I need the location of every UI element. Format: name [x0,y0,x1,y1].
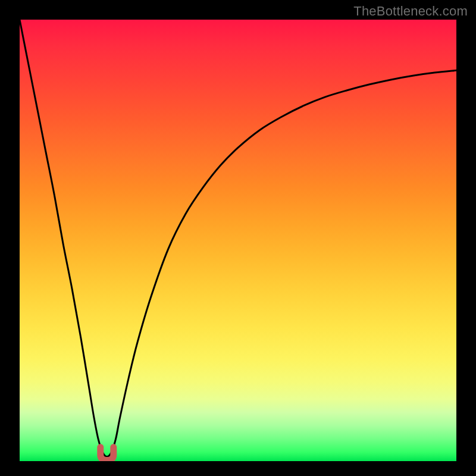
chart-svg [20,20,456,461]
min-marker [101,447,114,461]
watermark-text: TheBottleneck.com [353,4,468,19]
chart-frame: TheBottleneck.com [0,0,476,476]
chart-plot-area [20,20,456,461]
bottleneck-curve [20,20,456,457]
